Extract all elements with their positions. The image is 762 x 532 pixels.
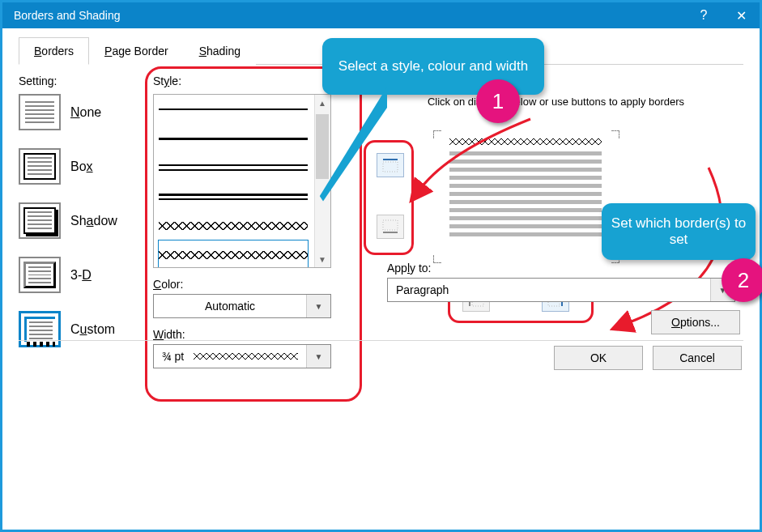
- setting-heading: Setting:: [19, 74, 148, 87]
- apply-to-combo[interactable]: Paragraph ▼: [387, 278, 735, 302]
- setting-column: Setting: None Box Shadow 3-D: [19, 71, 148, 368]
- setting-shadow-label: Shadow: [70, 214, 117, 228]
- tab-borders[interactable]: Borders: [19, 37, 89, 65]
- width-value: ¾ pt: [162, 350, 184, 363]
- width-combo[interactable]: ¾ pt ▼: [153, 344, 331, 368]
- setting-3d[interactable]: 3-D: [19, 257, 148, 293]
- separator: [19, 340, 743, 341]
- style-list[interactable]: ▲ ▼: [153, 94, 331, 268]
- dialog-title: Borders and Shading: [14, 9, 121, 22]
- color-heading: Color:: [153, 278, 364, 291]
- border-top-button[interactable]: [377, 153, 404, 177]
- chevron-down-icon[interactable]: ▼: [306, 295, 330, 317]
- annotation-callout-2: Set which border(s) to set: [602, 203, 756, 260]
- preview-hint: Click on diagram below or use buttons to…: [368, 96, 743, 108]
- scroll-thumb[interactable]: [316, 114, 329, 179]
- scroll-down-icon[interactable]: ▼: [314, 251, 330, 267]
- chevron-down-icon[interactable]: ▼: [306, 345, 330, 368]
- ok-button[interactable]: OK: [554, 346, 643, 370]
- svg-rect-3: [383, 220, 398, 230]
- help-icon[interactable]: ?: [685, 2, 722, 28]
- svg-rect-0: [383, 159, 398, 160]
- color-value: Automatic: [154, 300, 306, 313]
- close-icon[interactable]: ✕: [722, 2, 760, 28]
- color-combo[interactable]: Automatic ▼: [153, 294, 331, 318]
- borders-shading-dialog: Borders and Shading ? ✕ Borders Page Bor…: [0, 0, 762, 532]
- svg-rect-1: [383, 162, 398, 172]
- svg-rect-2: [383, 232, 398, 233]
- apply-to-heading: Apply to:: [387, 262, 743, 275]
- annotation-badge-1: 1: [476, 79, 520, 123]
- style-scrollbar[interactable]: ▲ ▼: [314, 95, 330, 267]
- apply-to-value: Paragraph: [388, 283, 710, 296]
- titlebar: Borders and Shading ? ✕: [2, 2, 760, 28]
- style-column: Style: ▲ ▼ Color: Automatic: [153, 71, 364, 368]
- tab-page-border[interactable]: Page Border: [89, 37, 184, 65]
- setting-none[interactable]: None: [19, 94, 148, 130]
- width-heading: Width:: [153, 328, 364, 341]
- corner-mark: [433, 130, 441, 138]
- border-bottom-button[interactable]: [377, 215, 404, 239]
- corner-mark: [611, 130, 619, 138]
- setting-box-label: Box: [70, 160, 93, 174]
- setting-box[interactable]: Box: [19, 148, 148, 185]
- tab-shading[interactable]: Shading: [184, 37, 256, 65]
- width-preview-icon: [194, 353, 298, 360]
- setting-none-label: None: [70, 105, 101, 120]
- scroll-up-icon[interactable]: ▲: [314, 95, 330, 111]
- setting-custom-label: Custom: [70, 322, 115, 337]
- border-bottom-icon: [382, 219, 398, 234]
- preview-diagram[interactable]: [445, 138, 607, 252]
- annotation-badge-2: 2: [722, 258, 762, 302]
- setting-custom[interactable]: Custom: [19, 311, 148, 347]
- border-top-icon: [382, 158, 398, 172]
- cancel-button[interactable]: Cancel: [653, 346, 742, 370]
- setting-shadow[interactable]: Shadow: [19, 202, 148, 239]
- setting-3d-label: 3-D: [70, 268, 92, 283]
- options-button[interactable]: Options...: [651, 310, 740, 334]
